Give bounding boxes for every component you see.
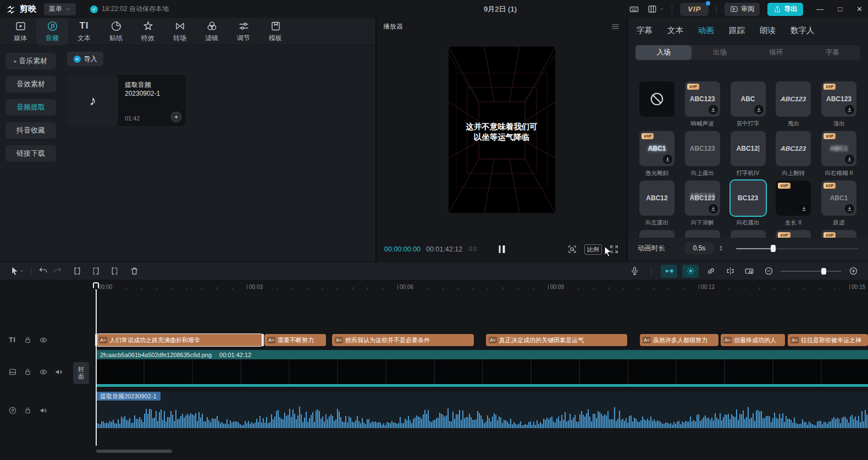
tab-effects[interactable]: 特效 bbox=[132, 18, 164, 45]
tab-sticker[interactable]: 贴纸 bbox=[100, 18, 132, 45]
animation-tile[interactable]: ABC123 bbox=[685, 131, 720, 166]
animation-tile[interactable]: VIP bbox=[776, 230, 811, 238]
pause-button[interactable] bbox=[499, 245, 505, 253]
animation-tile[interactable]: VIP bbox=[776, 180, 811, 216]
video-preview[interactable]: 这并不意味着我们可 以坐等运气降临 bbox=[449, 47, 555, 213]
animation-tile[interactable]: ABC12 bbox=[731, 131, 766, 166]
eye-icon[interactable] bbox=[38, 335, 48, 344]
duration-slider-handle[interactable] bbox=[771, 245, 776, 252]
cover-button[interactable]: 封 面 bbox=[73, 362, 89, 384]
timeline-preview-toggle[interactable] bbox=[742, 265, 756, 278]
animation-subtab-caption[interactable]: 字幕 bbox=[804, 45, 860, 60]
animation-subtab-out[interactable]: 出场 bbox=[692, 45, 748, 60]
window-maximize-button[interactable]: □ bbox=[838, 5, 842, 13]
video-clip[interactable]: 2fcaacb5a061b4a502dfe1208635c6d.png 00:0… bbox=[96, 350, 868, 359]
magnetic-snap-toggle[interactable] bbox=[661, 265, 677, 278]
animation-tile[interactable] bbox=[685, 230, 720, 238]
tab-media[interactable]: 媒体 bbox=[4, 18, 36, 45]
split-at-playhead-button[interactable] bbox=[723, 265, 737, 278]
timeline-zoom-slider[interactable] bbox=[781, 267, 841, 275]
animation-tile[interactable]: ABC123 bbox=[685, 180, 720, 216]
tab-filter[interactable]: 滤镜 bbox=[196, 18, 228, 45]
menu-button[interactable]: 菜单 bbox=[44, 3, 76, 15]
text-segment[interactable]: A≡往往是那些被幸运之神 bbox=[788, 334, 868, 346]
animation-tile[interactable]: ABC123VIP bbox=[685, 81, 720, 117]
animation-subtab-loop[interactable]: 循环 bbox=[748, 45, 804, 60]
text-segment[interactable]: A≡需要不断努力 bbox=[264, 334, 326, 346]
tab-text[interactable]: TI文本 bbox=[68, 18, 100, 45]
animation-tile[interactable]: ABC1VIP bbox=[821, 180, 856, 216]
extracted-audio-card[interactable]: ♪ 提取音频 20230902-1 01:42 + bbox=[67, 75, 186, 126]
video-clip-filmstrip[interactable] bbox=[96, 359, 868, 384]
fullscreen-icon[interactable] bbox=[609, 244, 619, 254]
animation-tile[interactable]: ABC123 bbox=[776, 81, 811, 117]
inspector-tab-tracking[interactable]: 跟踪 bbox=[729, 25, 745, 36]
add-to-timeline-button[interactable]: + bbox=[171, 112, 181, 122]
lock-icon[interactable] bbox=[23, 367, 32, 376]
eye-icon[interactable] bbox=[38, 367, 48, 376]
inspector-tab-subtitle[interactable]: 字幕 bbox=[637, 25, 653, 36]
delete-button[interactable] bbox=[127, 265, 141, 278]
text-segment[interactable]: A≡人们常说成功之路充满曲折和艰辛 bbox=[96, 334, 263, 346]
tab-audio[interactable]: 音频 bbox=[36, 18, 68, 45]
sidebar-item-sound-effects[interactable]: 音效素材 bbox=[5, 76, 56, 92]
preview-quality-icon[interactable] bbox=[567, 244, 577, 254]
layout-switch-button[interactable] bbox=[647, 4, 664, 14]
frame-list-icon[interactable] bbox=[468, 244, 478, 254]
import-button[interactable]: + 导入 bbox=[67, 52, 103, 66]
animation-tile[interactable] bbox=[731, 230, 766, 238]
inspector-tab-text[interactable]: 文本 bbox=[667, 25, 683, 36]
text-segment[interactable]: A≡但最终成功的人 bbox=[721, 334, 785, 346]
duration-slider[interactable] bbox=[736, 244, 858, 252]
animation-tile[interactable] bbox=[639, 81, 675, 117]
animation-tile[interactable]: ABC1VIP bbox=[639, 131, 675, 166]
undo-button[interactable] bbox=[36, 265, 50, 278]
link-toggle[interactable] bbox=[704, 265, 718, 278]
animation-tile[interactable]: ABC bbox=[731, 81, 766, 117]
sidebar-item-douyin-favorites[interactable]: 抖音收藏 bbox=[5, 122, 56, 139]
animation-tile[interactable]: VIP bbox=[821, 230, 856, 238]
text-segment[interactable]: A≡真正决定成功的关键因素是运气 bbox=[486, 334, 627, 346]
duration-value-field[interactable]: 0.5s bbox=[685, 242, 714, 254]
inspector-tab-animation[interactable]: 动画 bbox=[698, 25, 714, 36]
timeline-ruler[interactable]: 00:0000:0300:0600:0900:1200:15 bbox=[0, 282, 868, 294]
record-voiceover-button[interactable] bbox=[627, 265, 642, 278]
sidebar-item-audio-extract[interactable]: 音频提取 bbox=[5, 99, 56, 116]
animation-tile[interactable] bbox=[639, 230, 675, 238]
mute-icon[interactable] bbox=[54, 367, 63, 376]
text-segment[interactable]: A≡虽然许多人都很努力 bbox=[640, 334, 718, 346]
delete-right-button[interactable] bbox=[107, 265, 121, 278]
timeline-horizontal-scrollbar[interactable] bbox=[96, 450, 172, 453]
select-tool-button[interactable] bbox=[8, 265, 26, 278]
mute-icon[interactable] bbox=[38, 406, 48, 415]
player-menu-icon[interactable] bbox=[611, 22, 620, 31]
zoom-in-button[interactable] bbox=[846, 265, 860, 278]
animation-tile[interactable]: ABC1VIP bbox=[821, 131, 856, 166]
zoom-slider-handle[interactable] bbox=[821, 268, 826, 275]
duration-stepper[interactable]: ▲▼ bbox=[719, 245, 723, 251]
animation-subtab-in[interactable]: 入场 bbox=[635, 45, 692, 60]
tab-template[interactable]: 模板 bbox=[259, 18, 291, 45]
sidebar-item-music-assets[interactable]: ▸音乐素材 bbox=[5, 53, 56, 69]
playhead-line[interactable] bbox=[96, 282, 97, 446]
animation-tile[interactable]: ABC123VIP bbox=[821, 81, 856, 117]
lock-icon[interactable] bbox=[23, 406, 32, 415]
inspector-tab-reading[interactable]: 朗读 bbox=[760, 25, 776, 36]
lock-icon[interactable] bbox=[23, 335, 32, 344]
tab-adjust[interactable]: 调节 bbox=[228, 18, 259, 45]
segment-trim-handle-right[interactable] bbox=[262, 334, 264, 346]
window-minimize-button[interactable]: — bbox=[816, 5, 823, 13]
zoom-out-button[interactable] bbox=[761, 265, 776, 278]
redo-button[interactable] bbox=[50, 265, 64, 278]
window-close-button[interactable]: ✕ bbox=[856, 5, 863, 13]
animation-tile[interactable]: ABC12 bbox=[639, 180, 675, 216]
animation-tile[interactable]: ABC123 bbox=[776, 131, 811, 166]
delete-left-button[interactable] bbox=[89, 265, 103, 278]
tab-transition[interactable]: 转场 bbox=[164, 18, 196, 45]
review-button[interactable]: 审阅 bbox=[725, 3, 760, 16]
split-button[interactable] bbox=[70, 265, 84, 278]
auto-snap-toggle[interactable] bbox=[682, 265, 699, 278]
aspect-ratio-button[interactable]: 比例 bbox=[584, 244, 602, 255]
text-segment[interactable]: A≡然而我认为这些并不是必要条件 bbox=[332, 334, 474, 346]
vip-button[interactable]: VIP bbox=[680, 3, 709, 16]
